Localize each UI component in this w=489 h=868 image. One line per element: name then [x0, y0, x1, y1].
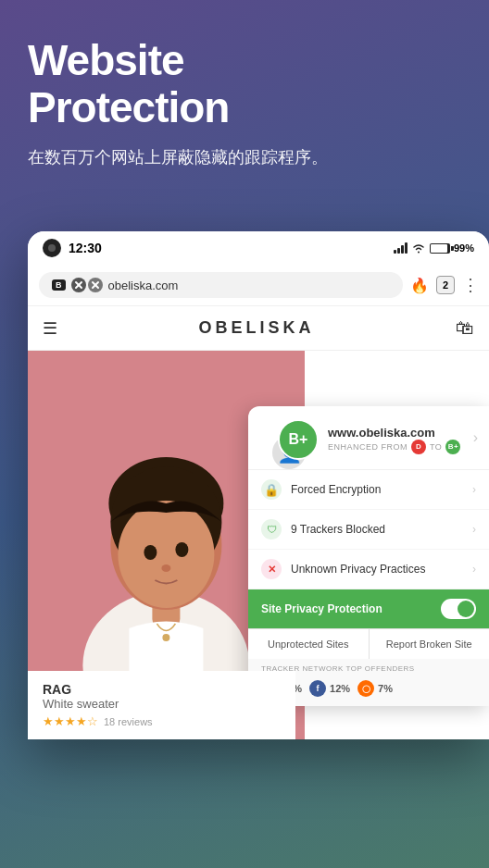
svg-point-11	[144, 545, 157, 560]
facebook-tracker-icon: f	[309, 680, 326, 697]
privacy-item-trackers[interactable]: 🛡 9 Trackers Blocked ›	[248, 510, 489, 550]
brave-badge: B	[52, 279, 66, 291]
tracker-block-icon-2	[88, 278, 103, 292]
cart-icon[interactable]: 🛍	[456, 317, 474, 339]
fire-icon[interactable]: 🔥	[410, 277, 429, 294]
product-name: RAG	[43, 682, 281, 697]
unknown-privacy-arrow: ›	[472, 563, 476, 576]
wifi-icon	[411, 242, 426, 254]
encryption-icon: 🔒	[261, 479, 282, 500]
facebook-tracker-pct: 12%	[330, 683, 350, 694]
protection-toggle-switch[interactable]	[441, 599, 476, 619]
card-chevron-right: ›	[473, 429, 478, 446]
tab-count[interactable]: 2	[436, 276, 455, 294]
url-text: obeliska.com	[108, 279, 391, 292]
battery-icon	[430, 243, 450, 254]
website-header: ☰ OBELISKA 🛍	[28, 306, 489, 351]
svg-point-13	[161, 564, 170, 572]
review-count: 18 reviews	[104, 716, 153, 727]
tracker-other: ◯ 7%	[357, 680, 393, 697]
tab-unprotected-sites[interactable]: Unprotected Sites	[248, 629, 370, 659]
site-score-badge: B+	[278, 419, 319, 460]
card-header[interactable]: B+ www.obeliska.com ENHANCED FROM D TO B…	[248, 406, 489, 469]
content-area: B+ www.obeliska.com ENHANCED FROM D TO B…	[28, 351, 489, 739]
signal-icon	[394, 242, 408, 254]
phone-mockup: 12:30 99% B	[28, 231, 489, 739]
browser-bar[interactable]: B obeliska.com 🔥 2 ⋮	[28, 265, 489, 306]
site-logo: OBELISKA	[198, 318, 314, 338]
encryption-label: Forced Encryption	[291, 483, 463, 496]
privacy-card: B+ www.obeliska.com ENHANCED FROM D TO B…	[248, 406, 489, 706]
site-domain: www.obeliska.com	[328, 426, 474, 440]
tracker-facebook: f 12%	[309, 680, 350, 697]
stars-icon: ★★★★☆	[43, 714, 98, 728]
hamburger-icon[interactable]: ☰	[43, 318, 57, 339]
product-description: White sweater	[43, 697, 281, 711]
hero-title: WebsiteProtection	[28, 37, 461, 130]
url-bar[interactable]: B obeliska.com	[39, 272, 403, 298]
trackers-label: 9 Trackers Blocked	[291, 523, 463, 536]
site-enhanced-label: ENHANCED FROM D TO B+	[328, 440, 474, 454]
svg-point-14	[162, 634, 169, 641]
trackers-icon: 🛡	[261, 519, 282, 539]
svg-point-12	[175, 542, 188, 557]
privacy-items-list: 🔒 Forced Encryption › 🛡 9 Trackers Block…	[248, 469, 489, 589]
status-time: 12:30	[43, 239, 102, 257]
hero-subtitle: 在数百万个网站上屏蔽隐藏的跟踪程序。	[28, 145, 461, 170]
tracker-block-icon-1	[71, 278, 86, 292]
more-menu-icon[interactable]: ⋮	[462, 275, 478, 295]
bottom-tabs: Unprotected Sites Report Broken Site	[248, 628, 489, 659]
svg-point-10	[118, 501, 214, 608]
toggle-knob	[458, 601, 474, 617]
camera-icon	[43, 239, 61, 257]
unknown-privacy-icon: ✕	[261, 559, 282, 579]
protection-label: Site Privacy Protection	[261, 602, 382, 615]
encryption-arrow: ›	[472, 483, 476, 496]
status-bar: 12:30 99%	[28, 231, 489, 265]
grade-from-badge: D	[411, 440, 426, 454]
hero-section: WebsiteProtection 在数百万个网站上屏蔽隐藏的跟踪程序。	[0, 0, 489, 189]
star-rating: ★★★★☆ 18 reviews	[43, 714, 281, 728]
product-info: RAG White sweater ★★★★☆ 18 reviews	[28, 671, 295, 739]
protection-toggle-row[interactable]: Site Privacy Protection	[248, 589, 489, 628]
privacy-item-encryption[interactable]: 🔒 Forced Encryption ›	[248, 470, 489, 510]
other-tracker-icon: ◯	[357, 680, 374, 697]
unknown-privacy-label: Unknown Privacy Practices	[291, 563, 463, 576]
battery-pct: 99%	[454, 242, 474, 254]
other-tracker-pct: 7%	[378, 683, 393, 694]
grade-to-badge: B+	[445, 440, 460, 454]
privacy-item-unknown[interactable]: ✕ Unknown Privacy Practices ›	[248, 550, 489, 589]
trackers-arrow: ›	[472, 523, 476, 536]
status-icons: 99%	[394, 242, 474, 254]
tab-report-broken[interactable]: Report Broken Site	[370, 629, 490, 659]
